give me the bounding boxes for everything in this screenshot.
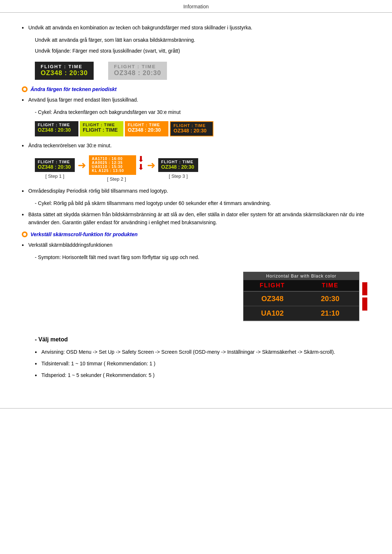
cycle-box-4: FLIGHT : TIME OZ348 : 20:30 xyxy=(170,121,213,136)
step1-data: OZ348 : 20:30 xyxy=(38,164,72,170)
down-arrow-icon: ⬇⬇ xyxy=(138,155,144,171)
demo-row-1: FLIGHT : TIME OZ348 : 20:30 FLIGHT : TIM… xyxy=(35,62,370,80)
cycle-box-1: FLIGHT : TIME OZ348 : 20:30 xyxy=(35,121,78,136)
bullet-item-6: • Verkställ skärmblädddringsfunktionen xyxy=(22,241,370,250)
step2-inner: AA1710 : 16:00 AA0025 : 12:35 UA0110 : 1… xyxy=(89,155,144,175)
orange-bullet-icon-1 xyxy=(22,86,28,92)
cycle-box-2-data: FLIGHT : TIME xyxy=(83,127,121,133)
scroll-col-time: TIME xyxy=(301,280,359,291)
bullet-text-2: Använd ljusa färger med endast liten lju… xyxy=(28,96,370,104)
orange-bullet-icon-2 xyxy=(22,231,28,237)
indent-text-1: Undvik att använda grå färger, som lätt … xyxy=(22,36,370,44)
sub-bullet-dot-1: • xyxy=(35,348,41,357)
arrow-2: ➜ xyxy=(147,159,155,171)
bullet-text-3: Ändra teckenrörelsen var 30:e minut. xyxy=(28,141,370,149)
step3-header: FLIGHT : TIME xyxy=(161,160,195,164)
bullet-text-1: Undvik att använda en kombination av tec… xyxy=(28,24,370,32)
bullet-item-2: • Använd ljusa färger med endast liten l… xyxy=(22,96,370,104)
orange-label-text-2: Verkställ skärmscroll-funktion för produ… xyxy=(30,231,138,237)
flight-box-gray: FLIGHT : TIME OZ348 : 20:30 xyxy=(108,62,167,80)
step1-box: FLIGHT : TIME OZ348 : 20:30 xyxy=(35,158,75,172)
bullet-dot-6: • xyxy=(22,241,28,250)
page-footer xyxy=(0,408,392,411)
demo-dark-header: FLIGHT : TIME xyxy=(41,64,88,69)
bullet-dot-4: • xyxy=(22,187,28,196)
bullet-dot-3: • xyxy=(22,141,28,150)
bullet-item-1: • Undvik att använda en kombination av t… xyxy=(22,24,370,32)
bullet-dot-5: • xyxy=(22,210,28,219)
cycle-box-3-header: FLIGHT : TIME xyxy=(128,123,166,127)
orange-label-text-1: Ändra färgen för tecknen periodiskt xyxy=(30,86,117,92)
orange-label-row-2: Verkställ skärmscroll-funktion för produ… xyxy=(22,231,370,237)
scroll-data-row-1: OZ348 20:30 xyxy=(244,292,359,306)
indent-text-2: Undvik följande: Färger med stora ljussk… xyxy=(22,47,370,55)
sub-bullet-dot-2: • xyxy=(35,360,41,368)
cycle-box-2-header: FLIGHT : TIME xyxy=(83,123,121,127)
sub-bullet-text-3: Tidsperiod: 1 ~ 5 sekunder ( Rekommendat… xyxy=(41,371,370,379)
indent-text-5: - Symptom: Horisontellt fält med svart f… xyxy=(22,253,370,261)
scroll-col-flight: FLIGHT xyxy=(244,280,301,291)
step3-label: [ Step 3 ] xyxy=(169,173,188,179)
step1-header: FLIGHT : TIME xyxy=(38,160,72,164)
step2-container: AA1710 : 16:00 AA0025 : 12:35 UA0110 : 1… xyxy=(89,155,144,182)
scroll-data-time-2: 21:10 xyxy=(301,306,359,320)
step2-label: [ Step 2 ] xyxy=(107,176,126,182)
step2-line4: KL A125 : 13:50 xyxy=(92,169,133,173)
step2-box: AA1710 : 16:00 AA0025 : 12:35 UA0110 : 1… xyxy=(89,155,136,175)
sub-bullet-text-1: Anvisning: OSD Menu -> Set Up -> Safety … xyxy=(41,348,370,356)
cycle-box-4-header: FLIGHT : TIME xyxy=(173,123,210,128)
cycle-box-2: FLIGHT : TIME FLIGHT : TIME xyxy=(80,121,123,136)
flight-box-dark: FLIGHT : TIME OZ348 : 20:30 xyxy=(35,62,94,80)
main-content: • Undvik att använda en kombination av t… xyxy=(0,13,392,397)
bullet-text-5: Bästa sättet att skydda skärmen från bil… xyxy=(28,210,370,227)
sub-bullet-text-2: Tidsintervall: 1 ~ 10 timmar ( Rekommend… xyxy=(41,360,370,368)
step1-container: FLIGHT : TIME OZ348 : 20:30 [ Step 1 ] xyxy=(35,158,75,179)
orange-label-row-1: Ändra färgen för tecknen periodiskt xyxy=(22,86,370,92)
bullet-text-4: Områdesdisplay Periodisk rörlig bild til… xyxy=(28,187,370,195)
bullet-item-3: • Ändra teckenrörelsen var 30:e minut. xyxy=(22,141,370,150)
scroll-bar-top xyxy=(362,282,367,295)
scroll-data-flight-1: OZ348 xyxy=(244,292,301,306)
bullet-text-6: Verkställ skärmblädddringsfunktionen xyxy=(28,241,370,249)
sub-bullet-1: • Anvisning: OSD Menu -> Set Up -> Safet… xyxy=(22,348,370,357)
scroll-demo-outer: Horizontal Bar with Black color FLIGHT T… xyxy=(240,267,370,326)
step2-line2: AA0025 : 12:35 xyxy=(92,161,133,165)
scroll-demo-main: Horizontal Bar with Black color FLIGHT T… xyxy=(240,267,359,326)
scroll-data-row-2: UA102 21:10 xyxy=(244,306,359,321)
demo-gray-header: FLIGHT : TIME xyxy=(114,64,161,69)
cycle-demo: FLIGHT : TIME OZ348 : 20:30 FLIGHT : TIM… xyxy=(35,121,370,136)
scroll-cols-header: FLIGHT TIME xyxy=(244,280,359,292)
cycle-box-3-data: OZ348 : 20:30 xyxy=(128,127,166,133)
step3-container: FLIGHT : TIME OZ348 : 20:30 [ Step 3 ] xyxy=(158,158,198,179)
cycle-box-3: FLIGHT : TIME OZ348 : 20:30 xyxy=(125,121,168,136)
sub-bullet-3: • Tidsperiod: 1 ~ 5 sekunder ( Rekommend… xyxy=(22,371,370,380)
cycle-box-4-data: OZ348 : 20:30 xyxy=(173,128,210,134)
valj-metod-heading: - Välj metod xyxy=(35,336,370,343)
scroll-demo-box: Horizontal Bar with Black color FLIGHT T… xyxy=(243,272,359,321)
step3-box: FLIGHT : TIME OZ348 : 20:30 xyxy=(158,158,198,172)
step-demo: FLIGHT : TIME OZ348 : 20:30 [ Step 1 ] ➜… xyxy=(35,155,370,182)
arrow-1: ➜ xyxy=(78,159,86,171)
bullet-dot-2: • xyxy=(22,96,28,104)
indent-text-3: - Cykel: Ändra teckenfärgen och bakgrund… xyxy=(22,108,370,116)
scroll-data-time-1: 20:30 xyxy=(301,292,359,306)
sub-bullet-dot-3: • xyxy=(35,371,41,380)
page-header: Information xyxy=(0,0,392,13)
scroll-bar-bottom xyxy=(362,297,367,311)
scroll-demo-header: Horizontal Bar with Black color xyxy=(244,272,359,280)
scroll-data-flight-2: UA102 xyxy=(244,306,301,320)
bullet-item-4: • Områdesdisplay Periodisk rörlig bild t… xyxy=(22,187,370,196)
header-title: Information xyxy=(183,4,209,9)
indent-text-4: - Cykel: Rörlig på bild på skärm tillsam… xyxy=(22,199,370,207)
bullet-item-5: • Bästa sättet att skydda skärmen från b… xyxy=(22,210,370,227)
bullet-dot-1: • xyxy=(22,24,28,32)
scroll-sidebar xyxy=(359,267,370,326)
step2-line3: UA0110 : 15:30 xyxy=(92,165,133,169)
step2-line1: AA1710 : 16:00 xyxy=(92,157,133,161)
demo-dark-data: OZ348 : 20:30 xyxy=(41,69,88,77)
step1-label: [ Step 1 ] xyxy=(45,173,64,179)
step3-data: OZ348 : 20:30 xyxy=(161,164,195,170)
sub-bullet-2: • Tidsintervall: 1 ~ 10 timmar ( Rekomme… xyxy=(22,360,370,368)
demo-gray-data: OZ348 : 20:30 xyxy=(114,69,161,77)
cycle-box-1-data: OZ348 : 20:30 xyxy=(38,127,75,133)
